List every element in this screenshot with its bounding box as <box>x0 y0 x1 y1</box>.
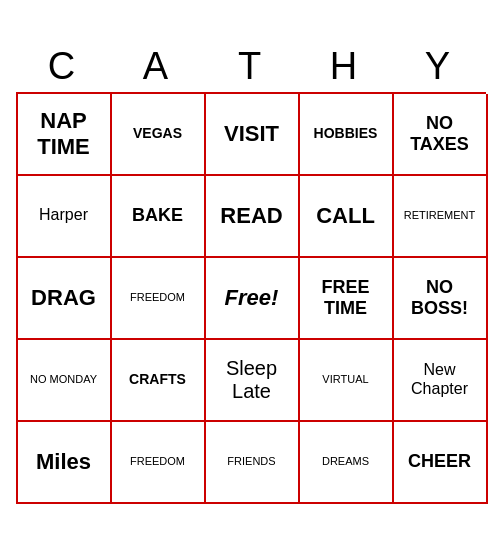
cell-6: BAKE <box>112 176 206 258</box>
cell-3: HOBBIES <box>300 94 394 176</box>
cell-5: Harper <box>18 176 112 258</box>
cell-16: CRAFTS <box>112 340 206 422</box>
cell-18: VIRTUAL <box>300 340 394 422</box>
cell-10: DRAG <box>18 258 112 340</box>
cell-8: CALL <box>300 176 394 258</box>
cell-22: FRIENDS <box>206 422 300 504</box>
cell-1: VEGAS <box>112 94 206 176</box>
cell-15: NO MONDAY <box>18 340 112 422</box>
bingo-grid: NAP TIME VEGAS VISIT HOBBIES NO TAXES Ha… <box>16 92 486 504</box>
cell-9: RETIREMENT <box>394 176 488 258</box>
bingo-card: C A T H Y NAP TIME VEGAS VISIT HOBBIES N… <box>16 41 486 504</box>
cell-12: Free! <box>206 258 300 340</box>
header-y: Y <box>392 41 486 92</box>
cell-14: NO BOSS! <box>394 258 488 340</box>
header-t: T <box>204 41 298 92</box>
cell-7: READ <box>206 176 300 258</box>
cell-4: NO TAXES <box>394 94 488 176</box>
bingo-header: C A T H Y <box>16 41 486 92</box>
header-h: H <box>298 41 392 92</box>
cell-21: FREEDOM <box>112 422 206 504</box>
header-a: A <box>110 41 204 92</box>
cell-2: VISIT <box>206 94 300 176</box>
cell-23: DREAMS <box>300 422 394 504</box>
cell-0: NAP TIME <box>18 94 112 176</box>
cell-24: CHEER <box>394 422 488 504</box>
header-c: C <box>16 41 110 92</box>
cell-20: Miles <box>18 422 112 504</box>
cell-19: New Chapter <box>394 340 488 422</box>
cell-11: FREEDOM <box>112 258 206 340</box>
cell-13: FREE TIME <box>300 258 394 340</box>
cell-17: Sleep Late <box>206 340 300 422</box>
